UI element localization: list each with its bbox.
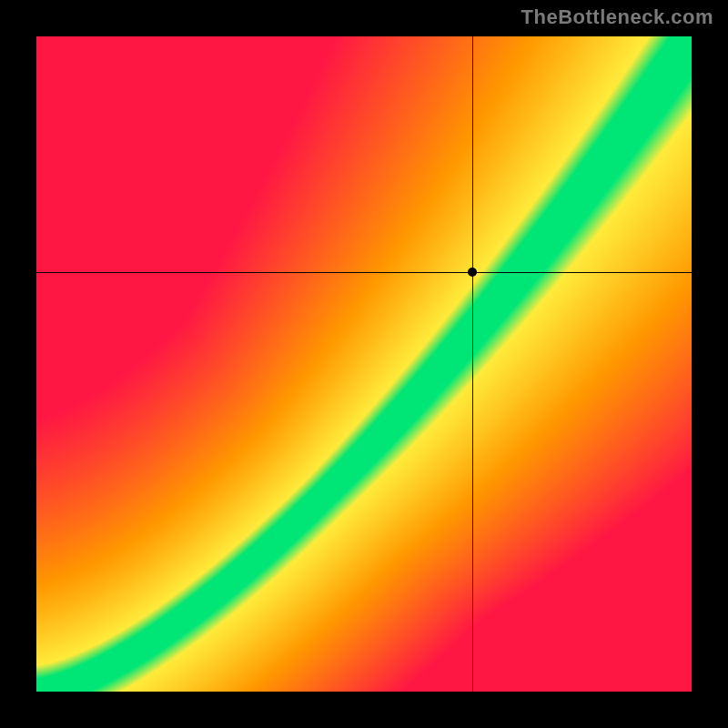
crosshair-vertical <box>472 36 473 692</box>
watermark-text: TheBottleneck.com <box>521 5 713 29</box>
crosshair-horizontal <box>36 272 692 273</box>
bottleneck-heatmap <box>36 36 692 692</box>
marker-dot <box>468 268 477 277</box>
page-root: TheBottleneck.com <box>0 0 728 728</box>
heatmap-canvas <box>36 36 692 692</box>
